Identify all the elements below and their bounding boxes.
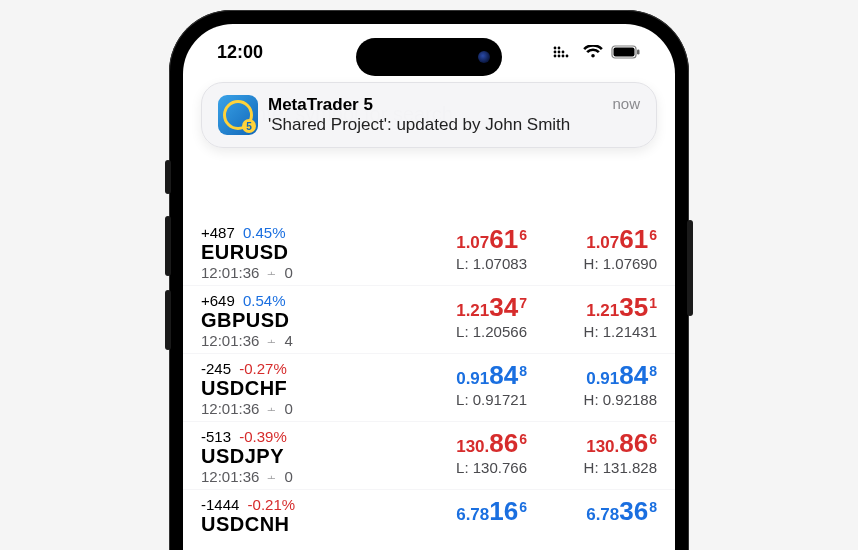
quote-time: 12:01:36 bbox=[201, 332, 259, 349]
low-value: L: 0.91721 bbox=[407, 391, 527, 408]
bid-price: 6.78166 bbox=[407, 496, 527, 527]
spread-icon: ⫠ bbox=[265, 469, 278, 484]
symbol-name: USDCNH bbox=[201, 513, 397, 536]
low-value: L: 1.07083 bbox=[407, 255, 527, 272]
notification-banner[interactable]: 5 MetaTrader 5 'Shared Project': updated… bbox=[201, 82, 657, 148]
change-absolute: +649 bbox=[201, 292, 235, 309]
change-percent: -0.39% bbox=[239, 428, 287, 445]
change-absolute: -513 bbox=[201, 428, 231, 445]
low-value: L: 130.766 bbox=[407, 459, 527, 476]
low-value: L: 1.20566 bbox=[407, 323, 527, 340]
symbol-name: EURUSD bbox=[201, 241, 397, 264]
change-percent: 0.54% bbox=[243, 292, 286, 309]
bid-price: 130.866 bbox=[407, 428, 527, 459]
volume-up-button bbox=[165, 216, 171, 276]
spread-value: 0 bbox=[284, 400, 292, 417]
symbol-name: USDJPY bbox=[201, 445, 397, 468]
bid-price: 1.21347 bbox=[407, 292, 527, 323]
svg-point-4 bbox=[554, 51, 557, 54]
svg-point-7 bbox=[554, 47, 557, 50]
high-value: H: 1.07690 bbox=[537, 255, 657, 272]
quote-time: 12:01:36 bbox=[201, 264, 259, 281]
symbol-name: GBPUSD bbox=[201, 309, 397, 332]
phone-screen: 12:00 5 bbox=[183, 24, 675, 550]
wifi-icon bbox=[583, 45, 603, 59]
ask-price: 1.07616 bbox=[537, 224, 657, 255]
power-button bbox=[687, 220, 693, 316]
svg-point-0 bbox=[554, 55, 557, 58]
volume-down-button bbox=[165, 290, 171, 350]
spread-icon: ⫠ bbox=[265, 265, 278, 280]
notification-app-name: MetaTrader 5 bbox=[268, 95, 612, 115]
change-absolute: -1444 bbox=[201, 496, 239, 513]
change-percent: -0.21% bbox=[248, 496, 296, 513]
ask-price: 130.866 bbox=[537, 428, 657, 459]
battery-icon bbox=[611, 45, 641, 59]
bid-price: 0.91848 bbox=[407, 360, 527, 391]
high-value: H: 0.92188 bbox=[537, 391, 657, 408]
quote-time: 12:01:36 bbox=[201, 468, 259, 485]
high-value: H: 131.828 bbox=[537, 459, 657, 476]
svg-point-6 bbox=[562, 51, 565, 54]
change-percent: -0.27% bbox=[239, 360, 287, 377]
spread-icon: ⫠ bbox=[265, 333, 278, 348]
high-value: H: 1.21431 bbox=[537, 323, 657, 340]
bid-price: 1.07616 bbox=[407, 224, 527, 255]
change-absolute: +487 bbox=[201, 224, 235, 241]
cellular-icon bbox=[553, 45, 575, 59]
svg-point-5 bbox=[558, 51, 561, 54]
notification-body: 'Shared Project': updated by John Smith bbox=[268, 115, 612, 135]
spread-value: 0 bbox=[284, 264, 292, 281]
svg-rect-10 bbox=[614, 48, 635, 57]
symbol-row[interactable]: +649 0.54% GBPUSD 12:01:36 ⫠ 4 1.21347 L… bbox=[183, 285, 675, 353]
symbol-row[interactable]: -245 -0.27% USDCHF 12:01:36 ⫠ 0 0.91848 … bbox=[183, 353, 675, 421]
svg-point-1 bbox=[558, 55, 561, 58]
status-time: 12:00 bbox=[217, 42, 263, 63]
ask-price: 6.78368 bbox=[537, 496, 657, 527]
ask-price: 0.91848 bbox=[537, 360, 657, 391]
ask-price: 1.21351 bbox=[537, 292, 657, 323]
watchlist[interactable]: +487 0.45% EURUSD 12:01:36 ⫠ 0 1.07616 L… bbox=[183, 142, 675, 550]
notification-time: now bbox=[612, 95, 640, 112]
change-percent: 0.45% bbox=[243, 224, 286, 241]
dynamic-island bbox=[356, 38, 502, 76]
camera-icon bbox=[478, 51, 490, 63]
svg-point-3 bbox=[566, 55, 569, 58]
change-absolute: -245 bbox=[201, 360, 231, 377]
phone-frame: 12:00 5 bbox=[169, 10, 689, 550]
app-icon: 5 bbox=[218, 95, 258, 135]
spread-value: 0 bbox=[284, 468, 292, 485]
svg-point-2 bbox=[562, 55, 565, 58]
spread-icon: ⫠ bbox=[265, 401, 278, 416]
spread-value: 4 bbox=[284, 332, 292, 349]
svg-rect-11 bbox=[637, 50, 640, 55]
symbol-row[interactable]: -513 -0.39% USDJPY 12:01:36 ⫠ 0 130.866 … bbox=[183, 421, 675, 489]
symbol-row[interactable]: +487 0.45% EURUSD 12:01:36 ⫠ 0 1.07616 L… bbox=[183, 218, 675, 285]
svg-point-8 bbox=[558, 47, 561, 50]
quote-time: 12:01:36 bbox=[201, 400, 259, 417]
symbol-name: USDCHF bbox=[201, 377, 397, 400]
symbol-row[interactable]: -1444 -0.21% USDCNH 6.78166 6.78368 bbox=[183, 489, 675, 540]
side-button bbox=[165, 160, 171, 194]
